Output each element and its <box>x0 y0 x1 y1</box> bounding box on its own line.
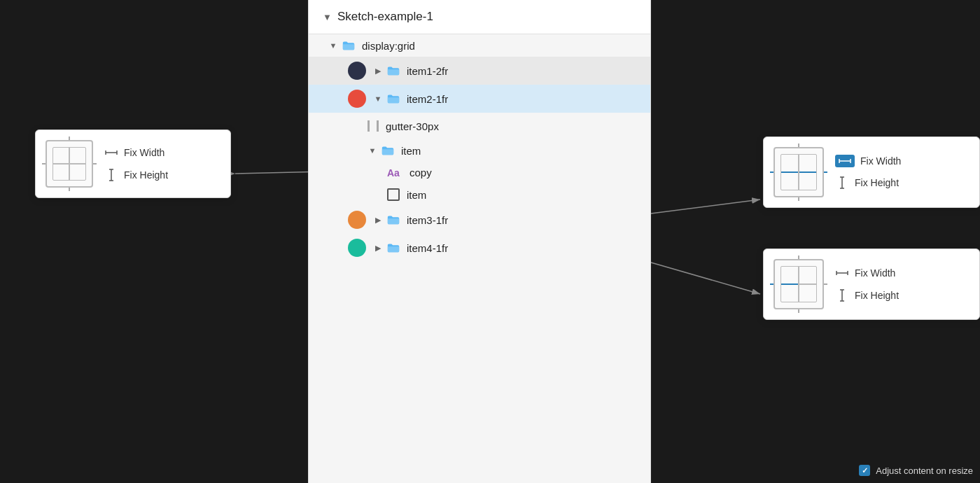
fix-width-icon-left <box>104 146 118 160</box>
gutter-icon <box>368 118 379 134</box>
fix-width-item-left: Fix Width <box>104 146 168 160</box>
fix-height-label-right-bottom: Fix Height <box>855 290 899 301</box>
fix-width-item-right-top: Fix Width <box>835 155 901 167</box>
label-item4: item4-1fr <box>407 242 448 254</box>
dot-item3 <box>348 211 366 229</box>
folder-icon-item3 <box>386 214 401 226</box>
adjust-content-area: Adjust content on resize <box>859 465 973 476</box>
chevron-item4: ▶ <box>373 243 383 253</box>
tree-panel: ▼ Sketch-example-1 ▼ display:grid ▶ item… <box>308 0 651 483</box>
svg-rect-13 <box>377 120 379 132</box>
label-item-rect: item <box>407 189 426 201</box>
fix-width-label-left: Fix Width <box>124 147 164 158</box>
tree-row-copy[interactable]: Aa copy <box>309 162 650 183</box>
adjust-content-label: Adjust content on resize <box>876 465 973 476</box>
tooltip-right-bottom-labels: Fix Width Fix Height <box>835 266 899 302</box>
label-gutter: gutter-30px <box>386 120 439 132</box>
fix-height-icon-right-bottom <box>835 288 849 302</box>
tree-row-item1-2fr[interactable]: ▶ item1-2fr <box>309 57 650 85</box>
header-chevron: ▼ <box>323 12 332 22</box>
tree-row-item4[interactable]: ▶ item4-1fr <box>309 234 650 262</box>
folder-icon-item2 <box>386 92 401 105</box>
label-copy: copy <box>410 167 432 178</box>
chevron-item3: ▶ <box>373 215 383 225</box>
fix-height-item-left: Fix Height <box>104 168 168 182</box>
fix-width-label-right-top: Fix Width <box>860 155 901 167</box>
resize-widget-right-top <box>774 147 824 197</box>
tree-row-gutter[interactable]: gutter-30px <box>309 113 650 139</box>
tree-title: Sketch-example-1 <box>337 10 433 24</box>
fix-width-icon-right-bottom <box>835 266 849 280</box>
fix-height-icon-left <box>104 168 118 182</box>
svg-line-4 <box>651 200 760 214</box>
fix-height-label-right-top: Fix Height <box>855 177 899 188</box>
dot-item1 <box>348 62 366 80</box>
folder-icon-item4 <box>386 241 401 254</box>
chevron-item2: ▼ <box>373 94 383 104</box>
svg-rect-12 <box>368 120 370 132</box>
dot-item2 <box>348 90 366 108</box>
dot-item4 <box>348 239 366 257</box>
resize-widget-right-bottom <box>774 259 824 309</box>
chevron-display-grid: ▼ <box>328 41 338 50</box>
fix-width-btn-right-top <box>835 155 855 167</box>
svg-line-5 <box>651 262 760 294</box>
fix-width-label-right-bottom: Fix Width <box>855 267 895 279</box>
tooltip-right-top-labels: Fix Width Fix Height <box>835 155 901 190</box>
tooltip-right-top: Fix Width Fix Height <box>763 136 980 208</box>
tooltip-left: Fix Width Fix Height <box>35 130 231 198</box>
tree-row-item2-1fr[interactable]: ▼ item2-1fr <box>309 85 650 113</box>
tree-row-display-grid[interactable]: ▼ display:grid <box>309 34 650 57</box>
chevron-item1: ▶ <box>373 66 383 76</box>
label-item-folder: item <box>401 145 421 157</box>
adjust-content-checkbox[interactable] <box>859 465 870 476</box>
folder-icon-display-grid <box>341 39 356 52</box>
fix-height-item-right-bottom: Fix Height <box>835 288 899 302</box>
label-item3: item3-1fr <box>407 214 448 226</box>
tree-row-item-folder[interactable]: ▼ item <box>309 139 650 162</box>
label-display-grid: display:grid <box>362 40 415 52</box>
text-icon-copy: Aa <box>387 167 404 178</box>
label-item2: item2-1fr <box>407 93 448 105</box>
tooltip-right-bottom: Fix Width Fix Height <box>763 248 980 320</box>
tooltip-left-labels: Fix Width Fix Height <box>104 146 168 182</box>
resize-widget-left <box>46 140 93 188</box>
folder-icon-item <box>380 144 396 157</box>
chevron-item-folder: ▼ <box>368 146 377 155</box>
tree-row-item-rect[interactable]: item <box>309 183 650 206</box>
tree-header: ▼ Sketch-example-1 <box>309 0 650 34</box>
label-item1: item1-2fr <box>407 65 448 77</box>
rect-icon-item <box>387 188 400 201</box>
fix-height-icon-right-top <box>835 176 849 190</box>
folder-icon-item1 <box>386 64 401 77</box>
fix-height-item-right-top: Fix Height <box>835 176 901 190</box>
fix-width-item-right-bottom: Fix Width <box>835 266 899 280</box>
fix-height-label-left: Fix Height <box>124 169 168 181</box>
tree-row-item3[interactable]: ▶ item3-1fr <box>309 206 650 234</box>
